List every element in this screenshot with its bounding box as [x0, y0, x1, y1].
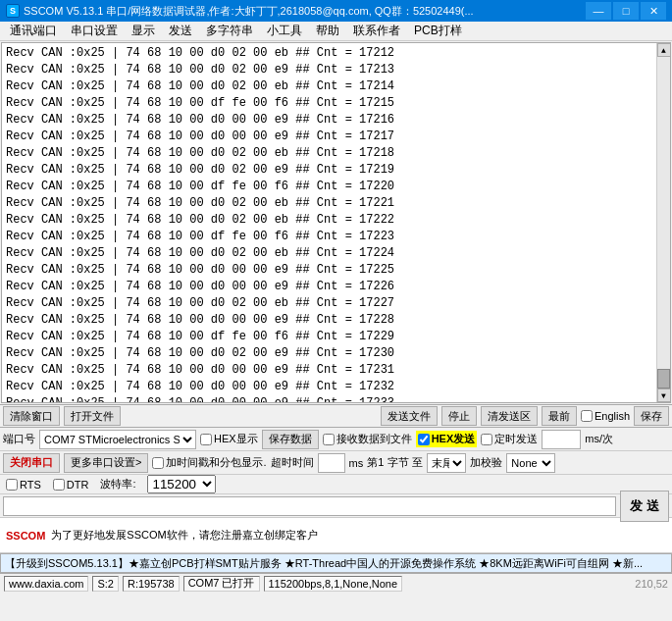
dtr-checkbox-label[interactable]: DTR — [53, 479, 89, 491]
menu-item-帮助[interactable]: 帮助 — [310, 21, 345, 41]
info-text: 为了更好地发展SSCOM软件，请您注册嘉立创绑定客户 — [51, 528, 317, 543]
log-line: Recv CAN :0x25 | 74 68 10 00 df fe 00 f6… — [6, 329, 666, 345]
timeout-label: 超时时间 — [271, 455, 314, 470]
hex-display-label[interactable]: HEX显示 — [200, 432, 258, 446]
log-line: Recv CAN :0x25 | 74 68 10 00 d0 02 00 e9… — [6, 162, 666, 179]
open-file-button[interactable]: 打开文件 — [64, 406, 121, 426]
log-line: Recv CAN :0x25 | 74 68 10 00 df fe 00 f6… — [6, 95, 666, 112]
baud-label: 波特率: — [100, 477, 135, 492]
close-port-button[interactable]: 关闭串口 — [3, 453, 60, 473]
baud-select[interactable]: 115200 — [147, 475, 216, 493]
status-website: www.daxia.com — [4, 576, 88, 592]
timed-send-label[interactable]: 定时发送 — [481, 432, 538, 446]
log-line: Recv CAN :0x25 | 74 68 10 00 d0 02 00 eb… — [6, 212, 666, 229]
log-content: Recv CAN :0x25 | 74 68 10 00 d0 02 00 eb… — [2, 43, 670, 403]
log-line: Recv CAN :0x25 | 74 68 10 00 d0 00 00 e9… — [6, 379, 666, 395]
stop-button[interactable]: 停止 — [441, 406, 477, 426]
log-area: Recv CAN :0x25 | 74 68 10 00 d0 02 00 eb… — [1, 42, 671, 403]
scroll-track[interactable] — [657, 57, 670, 388]
menu-item-联系作者[interactable]: 联系作者 — [347, 21, 406, 41]
minimize-button[interactable]: — — [586, 2, 611, 20]
update-bar: 【升级到SSCOM5.13.1】★嘉立创PCB打样SMT贴片服务 ★RT-Thr… — [0, 553, 672, 573]
maximize-button[interactable]: □ — [613, 2, 639, 20]
logo-text: SSCOM — [6, 530, 45, 542]
status-port-status: COM7 已打开 — [183, 576, 260, 592]
status-baud-info: 115200bps,8,1,None,None — [264, 576, 403, 592]
rts-label: RTS — [20, 479, 41, 491]
english-checkbox[interactable] — [581, 410, 593, 422]
scroll-down-arrow[interactable]: ▼ — [657, 388, 671, 402]
send-button[interactable]: 发 送 — [620, 491, 669, 522]
app-icon: S — [6, 4, 20, 18]
rts-checkbox-label[interactable]: RTS — [6, 479, 41, 491]
log-line: Recv CAN :0x25 | 74 68 10 00 d0 02 00 eb… — [6, 45, 666, 62]
status-r: R:195738 — [123, 576, 180, 592]
timestamp-checkbox[interactable] — [152, 457, 164, 469]
recv-to-file-text: 接收数据到文件 — [336, 432, 412, 446]
recv-to-file-label[interactable]: 接收数据到文件 — [323, 432, 412, 446]
menu-item-通讯端口[interactable]: 通讯端口 — [4, 21, 63, 41]
log-line: Recv CAN :0x25 | 74 68 10 00 df fe 00 f6… — [6, 179, 666, 195]
menu-item-发送[interactable]: 发送 — [163, 21, 198, 41]
dtr-label: DTR — [67, 479, 89, 491]
clear-send-button[interactable]: 清发送区 — [481, 406, 538, 426]
scroll-thumb[interactable] — [657, 369, 670, 388]
vertical-scrollbar[interactable]: ▲ ▼ — [656, 43, 670, 402]
english-label: English — [594, 410, 630, 422]
status-s2: S:2 — [92, 576, 119, 592]
hex-display-checkbox[interactable] — [200, 434, 212, 445]
timed-unit: ms/次 — [585, 432, 613, 446]
config-row2: 关闭串口 更多串口设置> 加时间戳和分包显示. 超时时间 20 ms 第1 字节… — [0, 451, 672, 475]
close-button[interactable]: ✕ — [641, 2, 666, 20]
hex-display-text: HEX显示 — [214, 432, 258, 446]
rts-checkbox[interactable] — [6, 479, 18, 491]
port-label: 端口号 — [3, 432, 35, 446]
title-bar: S SSCOM V5.13.1 串口/网络数据调试器,作者:大虾丁丁,26180… — [0, 0, 672, 22]
timed-send-input[interactable]: 1000 — [542, 430, 581, 449]
clear-window-button[interactable]: 清除窗口 — [3, 406, 60, 426]
checksum-select[interactable]: None — [506, 453, 555, 473]
menu-bar: 通讯端口串口设置显示发送多字符串小工具帮助联系作者PCB打样 — [0, 22, 672, 41]
hex-send-checkbox[interactable] — [418, 434, 430, 445]
hex-send-label[interactable]: HEX发送 — [416, 431, 478, 447]
menu-item-多字符串[interactable]: 多字符串 — [200, 21, 259, 41]
window-controls[interactable]: — □ ✕ — [586, 2, 666, 20]
end-select[interactable]: 末尾 — [427, 453, 466, 473]
timestamp-label[interactable]: 加时间戳和分包显示. — [152, 455, 266, 470]
english-checkbox-label[interactable]: English — [581, 410, 630, 422]
port-select[interactable]: COM7 STMicroelectronics ST — [39, 430, 196, 449]
send-input[interactable]: 5A A5 02 20 42 CE B4 8B FE 90 FC — [3, 496, 616, 516]
log-line: Recv CAN :0x25 | 74 68 10 00 d0 02 00 e9… — [6, 62, 666, 78]
timeout-input[interactable]: 20 — [318, 453, 345, 473]
check-row: RTS DTR 波特率: 115200 — [0, 475, 672, 494]
scroll-up-arrow[interactable]: ▲ — [657, 43, 671, 57]
log-line: Recv CAN :0x25 | 74 68 10 00 d0 02 00 eb… — [6, 195, 666, 212]
menu-item-小工具[interactable]: 小工具 — [261, 21, 308, 41]
log-line: Recv CAN :0x25 | 74 68 10 00 d0 00 00 e9… — [6, 395, 666, 403]
page-unit: 字节 至 — [388, 455, 423, 470]
toolbar-row1: 清除窗口 打开文件 发送文件 停止 清发送区 最前 English 保存 — [0, 404, 672, 428]
log-line: Recv CAN :0x25 | 74 68 10 00 d0 02 00 eb… — [6, 145, 666, 162]
menu-item-串口设置[interactable]: 串口设置 — [65, 21, 124, 41]
more-port-button[interactable]: 更多串口设置> — [64, 453, 148, 473]
log-line: Recv CAN :0x25 | 74 68 10 00 d0 00 00 e9… — [6, 279, 666, 295]
timeout-unit: ms — [349, 457, 364, 469]
log-line: Recv CAN :0x25 | 74 68 10 00 df fe 00 f6… — [6, 229, 666, 245]
recv-to-file-checkbox[interactable] — [323, 434, 335, 445]
timed-send-text: 定时发送 — [494, 432, 538, 446]
title-text: SSCOM V5.13.1 串口/网络数据调试器,作者:大虾丁丁,2618058… — [24, 4, 586, 19]
timed-send-checkbox[interactable] — [481, 434, 492, 445]
log-line: Recv CAN :0x25 | 74 68 10 00 d0 00 00 e9… — [6, 112, 666, 129]
menu-item-PCB打样[interactable]: PCB打样 — [408, 21, 468, 41]
send-file-button[interactable]: 发送文件 — [381, 406, 438, 426]
save-button[interactable]: 保存 — [634, 406, 669, 426]
dtr-checkbox[interactable] — [53, 479, 65, 491]
log-line: Recv CAN :0x25 | 74 68 10 00 d0 02 00 eb… — [6, 245, 666, 262]
timestamp-text: 加时间戳和分包显示. — [166, 455, 266, 470]
last-button[interactable]: 最前 — [542, 406, 577, 426]
log-line: Recv CAN :0x25 | 74 68 10 00 d0 00 00 e9… — [6, 262, 666, 279]
menu-item-显示[interactable]: 显示 — [126, 21, 161, 41]
status-version: 210,52 — [635, 578, 668, 590]
save-data-button[interactable]: 保存数据 — [262, 430, 319, 449]
config-row1: 端口号 COM7 STMicroelectronics ST HEX显示 保存数… — [0, 428, 672, 451]
